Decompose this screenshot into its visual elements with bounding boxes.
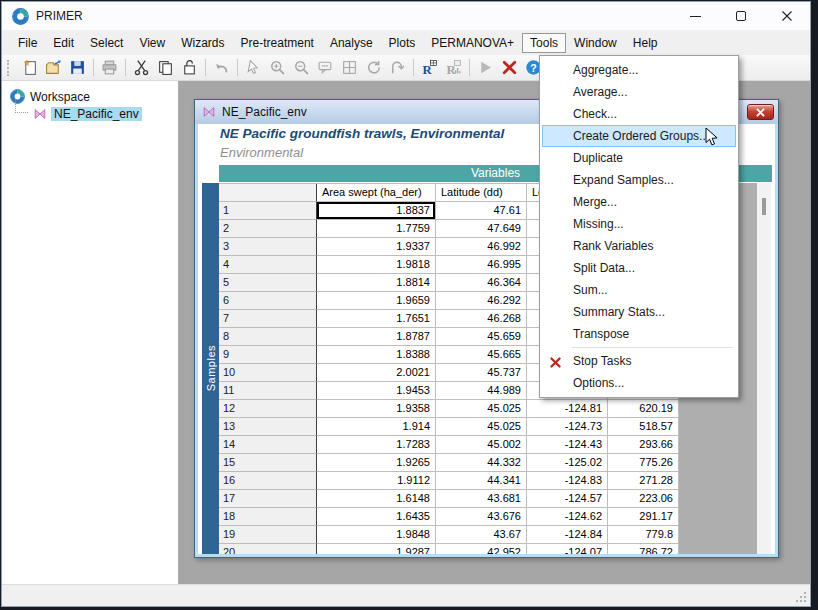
data-cell[interactable]: 1.9265 xyxy=(317,454,436,472)
row-header-cell[interactable]: 14 xyxy=(219,436,317,454)
data-cell[interactable]: 46.995 xyxy=(436,256,527,274)
menubar-tools[interactable]: Tools xyxy=(522,33,566,53)
data-cell[interactable]: 46.268 xyxy=(436,310,527,328)
cut-button[interactable] xyxy=(130,57,153,79)
row-header-cell[interactable]: 11 xyxy=(219,382,317,400)
scrollbar-thumb[interactable] xyxy=(762,198,766,215)
menubar-permanova[interactable]: PERMANOVA+ xyxy=(423,33,522,53)
data-cell[interactable]: -125.02 xyxy=(527,454,608,472)
copy-button[interactable] xyxy=(154,57,177,79)
open-button[interactable] xyxy=(42,57,65,79)
row-header-cell[interactable]: 6 xyxy=(219,292,317,310)
data-cell[interactable]: 43.67 xyxy=(436,526,527,544)
close-button[interactable] xyxy=(764,2,810,30)
data-cell[interactable]: 223.06 xyxy=(608,490,679,508)
data-cell[interactable]: 46.364 xyxy=(436,274,527,292)
data-cell[interactable]: 271.28 xyxy=(608,472,679,490)
data-cell[interactable]: 1.9337 xyxy=(317,238,436,256)
row-header-cell[interactable]: 20 xyxy=(219,544,317,554)
data-cell[interactable]: -124.84 xyxy=(527,526,608,544)
row-header-cell[interactable]: 13 xyxy=(219,418,317,436)
menu-item-sum[interactable]: Sum... xyxy=(542,279,736,301)
data-cell[interactable]: 46.992 xyxy=(436,238,527,256)
row-header-cell[interactable]: 2 xyxy=(219,220,317,238)
row-header-cell[interactable]: 1 xyxy=(219,202,317,220)
menubar-file[interactable]: File xyxy=(10,33,45,53)
data-cell[interactable]: 1.9659 xyxy=(317,292,436,310)
row-header-cell[interactable]: 4 xyxy=(219,256,317,274)
vertical-scrollbar[interactable] xyxy=(757,183,771,554)
data-cell[interactable]: 43.681 xyxy=(436,490,527,508)
menubar-plots[interactable]: Plots xyxy=(381,33,424,53)
data-cell[interactable]: 45.025 xyxy=(436,418,527,436)
data-cell[interactable]: 1.8814 xyxy=(317,274,436,292)
data-cell[interactable]: -124.43 xyxy=(527,436,608,454)
menu-item-options[interactable]: Options... xyxy=(542,372,736,394)
data-cell[interactable]: 1.6148 xyxy=(317,490,436,508)
menubar-help[interactable]: Help xyxy=(625,33,666,53)
data-cell[interactable]: -124.73 xyxy=(527,418,608,436)
data-cell[interactable]: 518.57 xyxy=(608,418,679,436)
data-cell[interactable]: 786.72 xyxy=(608,544,679,554)
save-button[interactable] xyxy=(66,57,89,79)
data-cell[interactable]: 45.002 xyxy=(436,436,527,454)
row-header-cell[interactable]: 7 xyxy=(219,310,317,328)
data-cell[interactable]: -124.57 xyxy=(527,490,608,508)
minimize-button[interactable] xyxy=(672,2,718,30)
corner-cell[interactable] xyxy=(219,184,317,202)
menubar-window[interactable]: Window xyxy=(566,33,625,53)
maximize-button[interactable] xyxy=(718,2,764,30)
data-cell[interactable]: 45.665 xyxy=(436,346,527,364)
data-cell[interactable]: 45.659 xyxy=(436,328,527,346)
tree-item-ne-pacific-env[interactable]: NE_Pacific_env xyxy=(2,105,178,123)
data-cell[interactable]: 1.9818 xyxy=(317,256,436,274)
menu-item-transpose[interactable]: Transpose xyxy=(542,323,736,345)
data-cell[interactable]: 775.26 xyxy=(608,454,679,472)
data-cell[interactable]: 45.025 xyxy=(436,400,527,418)
data-cell[interactable]: -124.83 xyxy=(527,472,608,490)
r-console-button[interactable]: R xyxy=(418,57,441,79)
data-cell[interactable]: 1.6435 xyxy=(317,508,436,526)
row-header-cell[interactable]: 15 xyxy=(219,454,317,472)
data-cell[interactable]: 47.61 xyxy=(436,202,527,220)
row-header-cell[interactable]: 9 xyxy=(219,346,317,364)
data-cell[interactable]: 1.9848 xyxy=(317,526,436,544)
data-cell[interactable]: 1.9112 xyxy=(317,472,436,490)
stop-tasks-button[interactable] xyxy=(498,57,521,79)
row-header-cell[interactable]: 16 xyxy=(219,472,317,490)
data-cell[interactable]: 1.9287 xyxy=(317,544,436,554)
data-cell[interactable]: 1.7283 xyxy=(317,436,436,454)
menu-item-split-data[interactable]: Split Data... xyxy=(542,257,736,279)
row-header-cell[interactable]: 10 xyxy=(219,364,317,382)
data-cell[interactable]: 2.0021 xyxy=(317,364,436,382)
data-window-close-button[interactable] xyxy=(747,104,774,120)
paste-button[interactable] xyxy=(178,57,201,79)
toolbar-grip[interactable] xyxy=(7,60,12,76)
data-cell[interactable]: 46.292 xyxy=(436,292,527,310)
data-cell[interactable]: 1.7651 xyxy=(317,310,436,328)
data-cell[interactable]: 44.332 xyxy=(436,454,527,472)
data-cell[interactable]: -124.62 xyxy=(527,508,608,526)
menu-item-rank-variables[interactable]: Rank Variables xyxy=(542,235,736,257)
row-header-cell[interactable]: 18 xyxy=(219,508,317,526)
menu-item-summary-stats[interactable]: Summary Stats... xyxy=(542,301,736,323)
resize-grip[interactable] xyxy=(794,590,808,604)
data-cell[interactable]: 1.914 xyxy=(317,418,436,436)
menubar-view[interactable]: View xyxy=(131,33,173,53)
data-cell[interactable]: 291.17 xyxy=(608,508,679,526)
data-cell[interactable]: 45.737 xyxy=(436,364,527,382)
tree-item-workspace[interactable]: Workspace xyxy=(2,88,178,105)
data-cell[interactable]: 1.8837 xyxy=(317,202,436,220)
column-header[interactable]: Latitude (dd) xyxy=(436,184,527,202)
menu-item-merge[interactable]: Merge... xyxy=(542,191,736,213)
data-cell[interactable]: 620.19 xyxy=(608,400,679,418)
menubar-wizards[interactable]: Wizards xyxy=(173,33,232,53)
menu-item-aggregate[interactable]: Aggregate... xyxy=(542,59,736,81)
data-cell[interactable]: -124.07 xyxy=(527,544,608,554)
data-cell[interactable]: 44.989 xyxy=(436,382,527,400)
menubar-select[interactable]: Select xyxy=(82,33,131,53)
menubar-pre-treatment[interactable]: Pre-treatment xyxy=(233,33,322,53)
data-cell[interactable]: 43.676 xyxy=(436,508,527,526)
data-cell[interactable]: 293.66 xyxy=(608,436,679,454)
column-header[interactable]: Area swept (ha_der) xyxy=(317,184,436,202)
